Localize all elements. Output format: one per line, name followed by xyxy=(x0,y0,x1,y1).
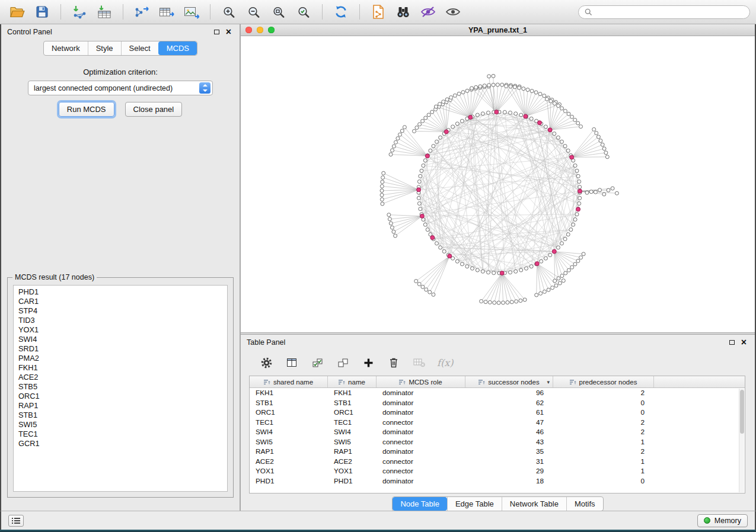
column-header-successor-nodes[interactable]: successor nodes▾ xyxy=(465,376,553,387)
column-header-predecessor-nodes[interactable]: predecessor nodes xyxy=(553,376,654,387)
mcds-result-item[interactable]: YOX1 xyxy=(14,325,227,335)
delete-table-button[interactable] xyxy=(412,355,427,370)
export-image-button[interactable] xyxy=(180,2,203,21)
column-header-shared-name[interactable]: shared name xyxy=(250,376,328,387)
optimization-criterion-select[interactable]: largest connected component (undirected) xyxy=(28,81,213,95)
search-input[interactable] xyxy=(596,8,744,16)
table-row[interactable]: TEC1TEC1connector472 xyxy=(250,418,745,428)
mcds-result-item[interactable]: PMA2 xyxy=(14,354,227,363)
delete-column-button[interactable] xyxy=(386,355,401,370)
table-settings-button[interactable] xyxy=(259,355,274,370)
table-row[interactable]: SWI5SWI5connector431 xyxy=(250,437,745,447)
mcds-result-item[interactable]: STB5 xyxy=(14,382,227,392)
mcds-result-item[interactable]: TEC1 xyxy=(14,430,227,439)
deselect-all-button[interactable] xyxy=(335,355,350,370)
status-bar: Memory xyxy=(0,511,756,530)
table-row[interactable]: FKH1FKH1dominator962 xyxy=(250,388,745,398)
mcds-result-item[interactable]: PHD1 xyxy=(14,287,227,297)
table-row[interactable]: SWI4SWI4dominator462 xyxy=(250,427,745,437)
mcds-result-item[interactable]: CAR1 xyxy=(14,297,227,306)
create-column-button[interactable] xyxy=(361,355,376,370)
optimization-criterion-label: Optimization criterion: xyxy=(1,68,240,76)
export-network-button[interactable] xyxy=(130,2,153,21)
network-graph xyxy=(241,36,755,332)
float-table-panel-icon[interactable] xyxy=(729,340,735,345)
table-row[interactable]: PHD1PHD1dominator180 xyxy=(250,476,745,486)
hide-selected-button[interactable] xyxy=(417,2,439,21)
import-table-file-button[interactable] xyxy=(93,2,116,21)
select-all-button[interactable] xyxy=(310,355,325,370)
mcds-result-item[interactable]: STB1 xyxy=(14,411,227,420)
mcds-result-item[interactable]: RAP1 xyxy=(14,401,227,411)
sort-caret-icon[interactable]: ▾ xyxy=(547,379,550,385)
trash-icon xyxy=(388,357,400,368)
first-neighbors-button[interactable] xyxy=(392,2,414,21)
table-cell: PHD1 xyxy=(328,477,377,485)
table-scrollbar[interactable] xyxy=(739,389,744,492)
mcds-result-item[interactable]: STP4 xyxy=(14,306,227,316)
table-header-row: shared namenameMCDS rolesuccessor nodes▾… xyxy=(250,376,745,388)
table-tab-node-table[interactable]: Node Table xyxy=(393,497,447,511)
open-session-button[interactable] xyxy=(6,2,28,21)
mcds-result-title: MCDS result (17 nodes) xyxy=(12,273,97,281)
toolbar-separator xyxy=(210,4,210,20)
folder-open-icon xyxy=(9,5,25,19)
zoom-in-icon xyxy=(222,5,236,19)
tab-select[interactable]: Select xyxy=(121,41,158,55)
show-column-button[interactable] xyxy=(284,355,299,370)
refresh-view-button[interactable] xyxy=(330,2,352,21)
zoom-fit-button[interactable] xyxy=(267,2,290,21)
zoom-selected-icon xyxy=(296,5,311,19)
float-panel-icon[interactable] xyxy=(214,30,219,34)
mcds-result-item[interactable]: SWI5 xyxy=(14,420,227,430)
check-squares-icon xyxy=(312,357,323,368)
run-mcds-button[interactable]: Run MCDS xyxy=(59,102,114,117)
close-panel-button[interactable]: Close panel xyxy=(125,102,183,117)
table-row[interactable]: ORC1ORC1dominator610 xyxy=(250,408,745,418)
mcds-result-item[interactable]: GCR1 xyxy=(14,439,227,448)
zoom-selected-button[interactable] xyxy=(292,2,315,21)
show-panels-button[interactable] xyxy=(8,515,24,527)
zoom-out-button[interactable] xyxy=(243,2,265,21)
import-public-network-button[interactable] xyxy=(367,2,390,21)
toolbar-separator xyxy=(322,4,323,20)
function-builder-button[interactable]: f(x) xyxy=(437,357,453,368)
search-field[interactable] xyxy=(578,5,750,19)
scrollbar-thumb[interactable] xyxy=(740,390,744,434)
mcds-result-item[interactable]: ORC1 xyxy=(14,392,227,401)
table-cell: 1 xyxy=(553,438,654,446)
network-canvas[interactable] xyxy=(241,36,755,332)
memory-button[interactable]: Memory xyxy=(697,514,748,527)
mcds-result-item[interactable]: FKH1 xyxy=(14,363,227,373)
tab-mcds[interactable]: MCDS xyxy=(158,41,197,55)
export-table-button[interactable] xyxy=(155,2,178,21)
save-session-button[interactable] xyxy=(31,2,53,21)
column-header-name[interactable]: name xyxy=(328,376,377,387)
table-row[interactable]: YOX1YOX1connector291 xyxy=(250,466,745,476)
table-row[interactable]: ACE2ACE2connector311 xyxy=(250,457,745,467)
tab-style[interactable]: Style xyxy=(88,41,121,55)
import-network-file-button[interactable] xyxy=(68,2,91,21)
table-panel: Table Panel × xyxy=(241,335,755,511)
table-tab-edge-table[interactable]: Edge Table xyxy=(447,497,502,511)
optimization-criterion-value: largest connected component (undirected) xyxy=(34,84,173,92)
column-header-mcds-role[interactable]: MCDS role xyxy=(377,376,465,387)
table-tab-motifs[interactable]: Motifs xyxy=(566,497,603,511)
close-table-panel-icon[interactable]: × xyxy=(741,338,747,347)
close-panel-icon[interactable]: × xyxy=(226,27,231,37)
tab-network[interactable]: Network xyxy=(44,41,88,55)
table-cell: 0 xyxy=(553,408,654,416)
table-row[interactable]: RAP1RAP1dominator352 xyxy=(250,447,745,457)
table-tab-network-table[interactable]: Network Table xyxy=(502,497,566,511)
mcds-result-item[interactable]: TID3 xyxy=(14,316,227,325)
table-row[interactable]: STB1STB1dominator620 xyxy=(250,398,745,408)
gear-icon xyxy=(260,357,273,369)
zoom-in-button[interactable] xyxy=(218,2,240,21)
table-cell: connector xyxy=(377,467,465,475)
mcds-result-item[interactable]: SWI4 xyxy=(14,335,227,344)
show-all-button[interactable] xyxy=(442,2,464,21)
table-cell: ACE2 xyxy=(328,457,377,466)
import-network-icon xyxy=(71,5,88,19)
mcds-result-item[interactable]: ACE2 xyxy=(14,373,227,382)
mcds-result-item[interactable]: SRD1 xyxy=(14,344,227,354)
